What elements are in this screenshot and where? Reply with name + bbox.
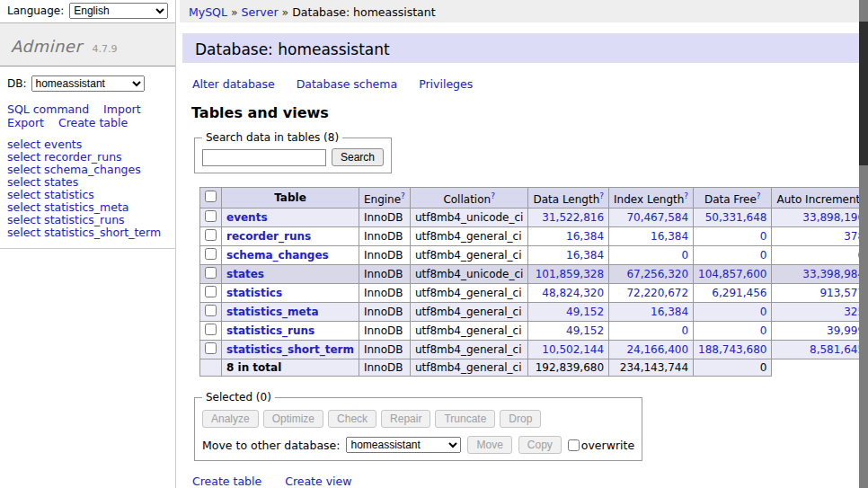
import-link[interactable]: Import [103, 102, 141, 116]
breadcrumb-server-link[interactable]: Server [242, 5, 279, 19]
select-all-cell [200, 188, 222, 209]
alter-database-link[interactable]: Alter database [192, 77, 275, 91]
scrollbar[interactable] [859, 0, 868, 488]
index-length-link[interactable]: 67,256,320 [626, 268, 688, 280]
sidebar-item-statistics[interactable]: select statistics [7, 188, 94, 201]
data-length-link[interactable]: 49,152 [566, 324, 604, 337]
index-length-link[interactable]: 72,220,672 [626, 287, 688, 299]
index-length-link[interactable]: 70,467,584 [626, 211, 688, 224]
data-length-cell: 16,384 [528, 246, 609, 265]
row-checkbox[interactable] [205, 324, 217, 335]
selected-legend: Selected (0) [202, 391, 275, 404]
list-item: select statistics_short_term [7, 226, 168, 238]
sidebar-item-schema-changes[interactable]: select schema_changes [7, 163, 141, 176]
data-free-link[interactable]: 0 [760, 306, 767, 318]
sql-command-link[interactable]: SQL command [7, 102, 89, 116]
sidebar-item-states[interactable]: select states [7, 175, 78, 189]
index-length-link[interactable]: 0 [681, 249, 688, 262]
search-button[interactable]: Search [332, 148, 384, 166]
data-free-link[interactable]: 0 [760, 249, 767, 262]
repair-button: Repair [381, 410, 430, 428]
row-checkbox[interactable] [205, 342, 217, 354]
sidebar-item-events[interactable]: select events [7, 138, 82, 151]
collation-cell: utf8mb4_general_ci [410, 303, 528, 322]
row-checkbox-cell [200, 284, 222, 303]
total-index-length-cell: 234,143,744 [609, 359, 694, 377]
database-actions: Alter databaseDatabase schemaPrivileges [192, 77, 868, 91]
data-free-cell: 188,743,680 [694, 341, 772, 359]
row-checkbox[interactable] [205, 210, 217, 222]
breadcrumb-mysql-link[interactable]: MySQL [189, 5, 227, 19]
collation-cell: utf8mb4_general_ci [410, 341, 528, 359]
data-length-link[interactable]: 16,384 [566, 230, 604, 243]
auto-increment-cell: 39,999 [772, 322, 868, 341]
row-checkbox[interactable] [205, 229, 217, 241]
sidebar-item-recorder-runs[interactable]: select recorder_runs [7, 150, 122, 164]
privileges-link[interactable]: Privileges [419, 77, 473, 91]
auto-increment-link[interactable]: 33,398,984 [802, 268, 864, 280]
data-length-link[interactable]: 10,502,144 [542, 343, 604, 356]
search-input[interactable] [202, 149, 326, 166]
auto-increment-cell: 6 [772, 246, 868, 265]
db-select[interactable]: homeassistant [31, 75, 145, 92]
sidebar-item-statistics-meta[interactable]: select statistics_meta [7, 200, 129, 214]
data-length-link[interactable]: 101,859,328 [536, 268, 604, 280]
help-link[interactable]: ? [491, 191, 495, 200]
table-name-link[interactable]: statistics [226, 287, 282, 299]
page-title: Database: homeassistant [182, 33, 868, 63]
row-checkbox[interactable] [205, 305, 217, 316]
create-table-link[interactable]: Create table [192, 475, 261, 488]
table-name-link[interactable]: states [226, 268, 264, 280]
engine-cell: InnoDB [359, 303, 410, 322]
data-free-link[interactable]: 0 [760, 324, 767, 337]
export-link[interactable]: Export [7, 116, 44, 129]
data-length-link[interactable]: 16,384 [566, 249, 604, 262]
row-checkbox[interactable] [205, 267, 217, 279]
data-length-link[interactable]: 48,824,320 [542, 287, 604, 299]
row-checkbox[interactable] [205, 248, 217, 260]
data-free-link[interactable]: 50,331,648 [705, 211, 767, 224]
data-free-link[interactable]: 188,743,680 [698, 343, 766, 356]
create-table-sidebar-link[interactable]: Create table [58, 116, 128, 129]
data-free-cell: 0 [694, 227, 772, 246]
select-all-checkbox[interactable] [205, 191, 217, 202]
table-name-link[interactable]: schema_changes [226, 249, 329, 262]
data-free-link[interactable]: 0 [760, 230, 767, 243]
help-link[interactable]: ? [757, 191, 761, 200]
row-checkbox[interactable] [205, 286, 217, 297]
column-header-table: Table [222, 188, 359, 209]
total-engine-cell: InnoDB [359, 359, 410, 377]
help-link[interactable]: ? [401, 191, 405, 200]
index-length-link[interactable]: 0 [681, 324, 688, 337]
sidebar-item-statistics-short-term[interactable]: select statistics_short_term [7, 226, 161, 239]
truncate-button: Truncate [435, 410, 495, 428]
help-link[interactable]: ? [684, 191, 688, 200]
auto-increment-link[interactable]: 8,581,645 [810, 343, 864, 356]
create-view-link[interactable]: Create view [285, 475, 351, 488]
data-length-link[interactable]: 49,152 [566, 306, 604, 318]
index-length-link[interactable]: 24,166,400 [626, 343, 688, 356]
move-database-select[interactable]: homeassistant [346, 437, 461, 453]
auto-increment-link[interactable]: 33,898,196 [802, 211, 864, 224]
data-free-link[interactable]: 104,857,600 [698, 268, 766, 280]
index-length-link[interactable]: 16,384 [651, 306, 688, 318]
index-length-cell: 67,256,320 [609, 265, 694, 284]
language-select[interactable]: English [69, 3, 168, 19]
total-row: 8 in total InnoDB utf8mb4_general_ci 192… [200, 359, 868, 377]
sidebar-item-statistics-runs[interactable]: select statistics_runs [7, 213, 125, 226]
help-link[interactable]: ? [599, 191, 604, 200]
table-name-link[interactable]: events [226, 211, 268, 224]
table-name-cell: states [222, 265, 359, 284]
table-name-link[interactable]: statistics_meta [226, 306, 319, 318]
data-length-link[interactable]: 31,522,816 [542, 211, 604, 224]
overwrite-checkbox[interactable] [568, 439, 580, 451]
data-free-link[interactable]: 6,291,456 [712, 287, 766, 299]
scrollbar-thumb[interactable] [859, 22, 868, 165]
index-length-link[interactable]: 16,384 [651, 230, 688, 243]
auto-increment-link[interactable]: 913,577 [819, 287, 864, 299]
database-schema-link[interactable]: Database schema [297, 77, 397, 91]
app-name[interactable]: Adminer [11, 37, 82, 56]
table-name-link[interactable]: statistics_runs [226, 324, 314, 337]
table-name-link[interactable]: recorder_runs [226, 230, 311, 243]
table-name-link[interactable]: statistics_short_term [226, 343, 354, 356]
